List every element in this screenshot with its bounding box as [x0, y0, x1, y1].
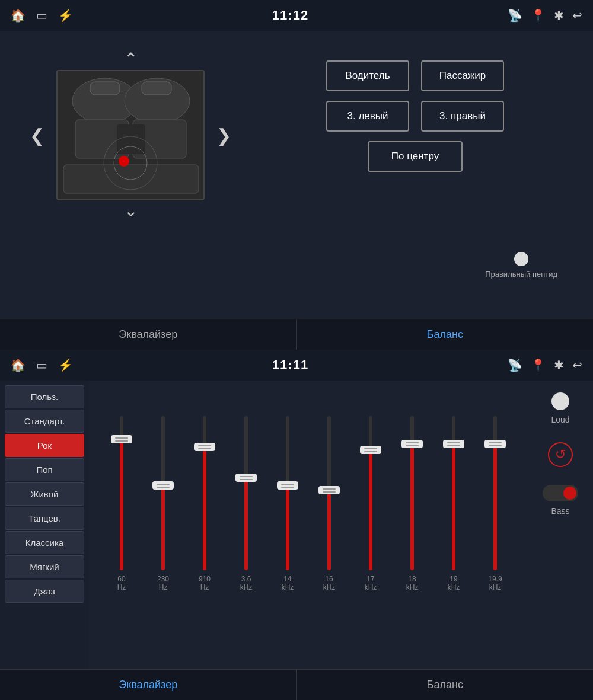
- slider-track-9[interactable]: [493, 416, 497, 570]
- slider-freq-8: 19kHz: [448, 575, 460, 592]
- slider-thumb-2[interactable]: [194, 443, 215, 451]
- slider-track-0[interactable]: [120, 416, 123, 570]
- top-status-left: 🏠 ▭ ⚡: [11, 8, 73, 23]
- location-icon[interactable]: 📍: [531, 8, 546, 23]
- slider-track-7[interactable]: [410, 416, 414, 570]
- slider-freq-3: 3.6kHz: [240, 575, 253, 592]
- preset-btn-5[interactable]: Танцев.: [5, 507, 84, 530]
- driver-btn[interactable]: Водитель: [326, 60, 409, 91]
- slider-track-2[interactable]: [203, 416, 206, 570]
- up-arrow[interactable]: ⌃: [124, 51, 138, 68]
- rear-right-btn[interactable]: 3. правый: [421, 101, 504, 132]
- slider-track-6[interactable]: [369, 416, 372, 570]
- tab-balance-bottom[interactable]: Баланс: [297, 670, 594, 700]
- svg-rect-8: [63, 165, 199, 193]
- cast-icon[interactable]: 📡: [508, 8, 522, 23]
- preset-btn-6[interactable]: Классика: [5, 531, 84, 554]
- slider-freq-0: 60Hz: [117, 575, 126, 592]
- bass-toggle-knob: [563, 487, 576, 500]
- down-arrow[interactable]: ⌄: [124, 203, 138, 219]
- back-icon[interactable]: ↩: [572, 8, 582, 23]
- sliders-container: 60Hz 230Hz 910Hz: [101, 390, 516, 592]
- balance-label: Правильный пептид: [485, 270, 557, 279]
- slider-col-9: 19.9kHz: [480, 416, 511, 592]
- slider-thumb-3[interactable]: [235, 474, 257, 482]
- top-panel: 🏠 ▭ ⚡ 11:12 📡 📍 ✱ ↩ ⌃ ❮: [0, 0, 593, 350]
- tab-equalizer-bottom[interactable]: Эквалайзер: [0, 670, 297, 700]
- passenger-btn[interactable]: Пассажир: [421, 60, 504, 91]
- slider-col-3: 3.6kHz: [231, 416, 262, 592]
- slider-col-2: 910Hz: [189, 416, 220, 592]
- slider-freq-1: 230Hz: [157, 575, 169, 592]
- location-icon-2[interactable]: 📍: [531, 358, 546, 372]
- preset-btn-1[interactable]: Стандарт.: [5, 410, 84, 433]
- top-content: ⌃ ❮: [0, 37, 593, 234]
- bluetooth-icon-2[interactable]: ✱: [554, 358, 564, 372]
- top-status-right: 📡 📍 ✱ ↩: [508, 8, 582, 23]
- slider-line-1: [323, 488, 336, 490]
- bluetooth-icon[interactable]: ✱: [554, 8, 564, 23]
- slider-line-1: [281, 484, 294, 485]
- preset-btn-3[interactable]: Поп: [5, 458, 84, 481]
- slider-line-1: [364, 448, 377, 449]
- slider-line-2: [240, 479, 253, 480]
- slider-thumb-5[interactable]: [318, 486, 340, 494]
- car-interior-svg: [58, 71, 203, 199]
- tab-balance-top[interactable]: Баланс: [297, 319, 594, 350]
- center-btn[interactable]: По центру: [368, 141, 463, 172]
- slider-thumb-1[interactable]: [152, 481, 174, 490]
- svg-point-11: [119, 156, 129, 167]
- slider-track-5[interactable]: [327, 416, 331, 570]
- screen-icon[interactable]: ▭: [36, 8, 47, 23]
- slider-thumb-6[interactable]: [360, 446, 381, 454]
- bottom-status-right: 📡 📍 ✱ ↩: [508, 358, 582, 372]
- right-arrow[interactable]: ❯: [211, 119, 237, 152]
- cast-icon-2[interactable]: 📡: [508, 358, 522, 372]
- slider-track-1[interactable]: [161, 416, 165, 570]
- slider-freq-6: 17kHz: [365, 575, 377, 592]
- sliders-area: 60Hz 230Hz 910Hz: [89, 381, 528, 671]
- svg-rect-3: [90, 82, 120, 95]
- slider-thumb-0[interactable]: [111, 435, 132, 443]
- slider-col-8: 19kHz: [438, 416, 469, 592]
- home-icon-2[interactable]: 🏠: [11, 358, 25, 372]
- zone-row-bot: По центру: [368, 141, 463, 172]
- car-image: [56, 70, 205, 200]
- slider-line-2: [489, 445, 502, 446]
- reset-button[interactable]: ↺: [548, 442, 573, 467]
- rear-left-btn[interactable]: 3. левый: [326, 101, 409, 132]
- preset-btn-4[interactable]: Живой: [5, 482, 84, 506]
- preset-btn-0[interactable]: Польз.: [5, 385, 84, 408]
- loud-dot[interactable]: [551, 392, 569, 410]
- preset-btn-7[interactable]: Мягкий: [5, 555, 84, 578]
- slider-col-0: 60Hz: [106, 416, 137, 592]
- eq-content: Польз.Стандарт.РокПопЖивойТанцев.Классик…: [0, 381, 593, 671]
- tab-equalizer-top[interactable]: Эквалайзер: [0, 319, 297, 350]
- left-arrow[interactable]: ❮: [24, 119, 50, 152]
- slider-track-8[interactable]: [452, 416, 455, 570]
- slider-thumb-9[interactable]: [484, 440, 506, 448]
- eq-right-controls: Loud ↺ Bass: [528, 381, 593, 671]
- slider-track-3[interactable]: [244, 416, 248, 570]
- loud-control: Loud: [551, 392, 569, 424]
- slider-thumb-7[interactable]: [401, 440, 423, 448]
- home-icon[interactable]: 🏠: [11, 8, 25, 23]
- usb-icon[interactable]: ⚡: [58, 8, 73, 23]
- bass-toggle[interactable]: [543, 485, 578, 501]
- slider-thumb-4[interactable]: [277, 481, 298, 490]
- balance-dot[interactable]: [514, 252, 528, 266]
- preset-btn-2[interactable]: Рок: [5, 434, 84, 457]
- slider-line-1: [489, 442, 502, 443]
- bottom-status-left: 🏠 ▭ ⚡: [11, 358, 73, 372]
- preset-btn-8[interactable]: Джаз: [5, 580, 84, 603]
- zone-row-mid: 3. левый 3. правый: [326, 101, 504, 132]
- usb-icon-2[interactable]: ⚡: [58, 358, 73, 372]
- slider-track-4[interactable]: [286, 416, 289, 570]
- slider-line-1: [240, 476, 253, 477]
- back-icon-2[interactable]: ↩: [572, 358, 582, 372]
- slider-thumb-8[interactable]: [443, 440, 464, 448]
- svg-rect-7: [117, 124, 145, 154]
- screen-icon-2[interactable]: ▭: [36, 358, 47, 372]
- slider-freq-7: 18kHz: [406, 575, 419, 592]
- slider-freq-9: 19.9kHz: [488, 575, 502, 592]
